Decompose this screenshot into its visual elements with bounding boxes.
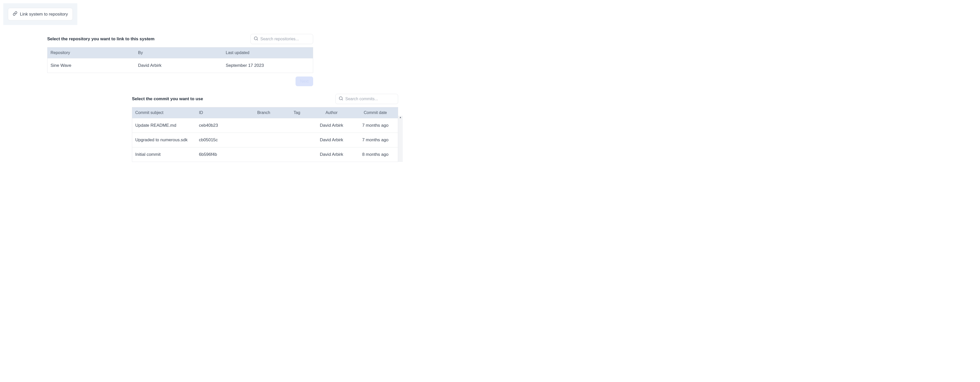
link-icon — [13, 11, 18, 17]
commit-cell-author: David Arbirk — [310, 147, 353, 162]
commit-cell-date: 7 months ago — [353, 118, 398, 133]
commit-cell-branch — [244, 118, 283, 133]
commit-col-branch: Branch — [244, 107, 283, 118]
table-row[interactable]: Update README.md ceb40b23 David Arbirk 7… — [132, 118, 398, 133]
table-row[interactable]: Sine Wave David Arbirk September 17 2023 — [48, 59, 313, 73]
search-icon — [339, 96, 343, 102]
link-button-wrapper: Link system to repository — [3, 3, 77, 25]
repository-section-title: Select the repository you want to link t… — [47, 36, 154, 41]
commit-col-author: Author — [310, 107, 353, 118]
next-button[interactable]: Next — [296, 76, 313, 86]
commit-search[interactable] — [335, 94, 398, 104]
commit-col-date: Commit date — [353, 107, 398, 118]
repo-col-by: By — [135, 48, 223, 59]
link-button-label: Link system to repository — [20, 12, 68, 17]
commit-cell-branch — [244, 147, 283, 162]
commit-cell-author: David Arbirk — [310, 133, 353, 147]
repo-cell-repository: Sine Wave — [48, 59, 135, 73]
search-icon — [254, 36, 258, 42]
commit-cell-tag — [283, 133, 310, 147]
commit-section: Select the commit you want to use Commit… — [132, 94, 398, 162]
scroll-up-icon: ▲ — [399, 116, 402, 119]
scrollbar[interactable]: ▲ — [398, 116, 403, 162]
repo-col-repository: Repository — [48, 48, 135, 59]
commit-cell-author: David Arbirk — [310, 118, 353, 133]
commit-cell-id: cb05015c — [196, 133, 244, 147]
commit-search-input[interactable] — [345, 97, 395, 101]
repo-cell-by: David Arbirk — [135, 59, 223, 73]
commit-cell-subject: Update README.md — [132, 118, 196, 133]
commit-col-tag: Tag — [283, 107, 310, 118]
repository-search[interactable] — [250, 34, 313, 44]
commit-cell-id: ceb40b23 — [196, 118, 244, 133]
repository-section: Select the repository you want to link t… — [47, 34, 313, 86]
repository-table: Repository By Last updated Sine Wave Dav… — [47, 47, 313, 73]
link-system-button[interactable]: Link system to repository — [8, 8, 73, 21]
commit-cell-id: 6b596f4b — [196, 147, 244, 162]
repo-cell-last-updated: September 17 2023 — [223, 59, 313, 73]
commit-cell-subject: Upgraded to numerous.sdk — [132, 133, 196, 147]
table-row[interactable]: Initial commit 6b596f4b David Arbirk 8 m… — [132, 147, 398, 162]
repo-col-last-updated: Last updated — [223, 48, 313, 59]
commit-cell-date: 8 months ago — [353, 147, 398, 162]
repository-search-input[interactable] — [260, 37, 310, 41]
commit-table: Commit subject ID Branch Tag Author Comm… — [132, 107, 398, 162]
commit-cell-tag — [283, 147, 310, 162]
commit-cell-date: 7 months ago — [353, 133, 398, 147]
commit-section-title: Select the commit you want to use — [132, 97, 203, 101]
commit-cell-tag — [283, 118, 310, 133]
table-row[interactable]: Upgraded to numerous.sdk cb05015c David … — [132, 133, 398, 147]
svg-line-1 — [257, 39, 258, 40]
commit-col-subject: Commit subject — [132, 107, 196, 118]
commit-col-id: ID — [196, 107, 244, 118]
commit-cell-branch — [244, 133, 283, 147]
svg-line-3 — [342, 99, 342, 100]
commit-cell-subject: Initial commit — [132, 147, 196, 162]
